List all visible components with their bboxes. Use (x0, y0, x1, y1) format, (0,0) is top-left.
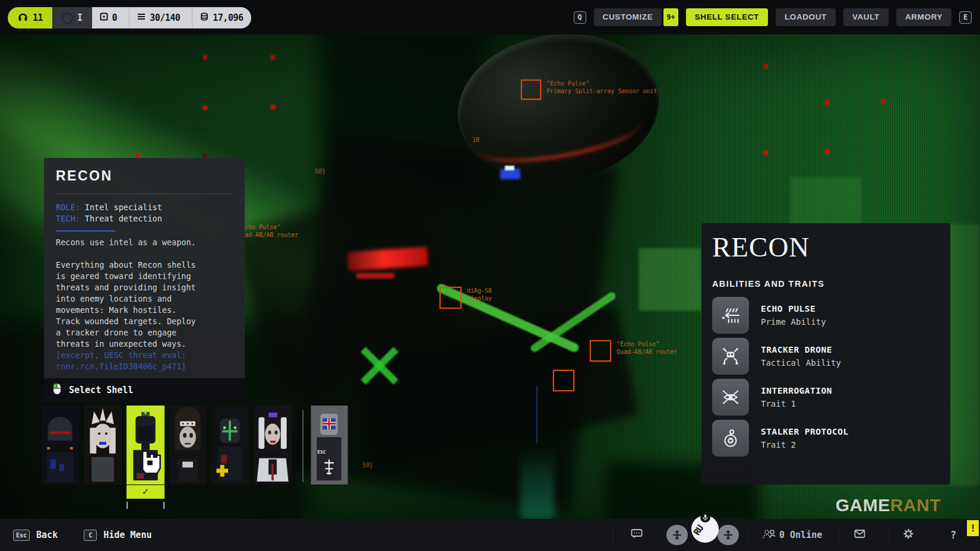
ability-name: STALKER PROTOCOL (761, 427, 849, 436)
hud-annotation: "Echo Pulse" Primary Split-array Sensor … (521, 80, 657, 100)
ability-name: ECHO PULSE (761, 304, 826, 314)
hud-annotation: "Echo Pulse" Quad-AB/AB router (590, 340, 677, 362)
hide-menu-button[interactable]: Hide Menu (103, 530, 151, 540)
ability-row-tracker-drone: TRACKER DRONE Tactical Ability (712, 338, 940, 375)
rotate-left-button[interactable] (666, 525, 688, 545)
watermark: GAMERANT (836, 495, 941, 515)
carousel-tick (127, 502, 128, 509)
marker-dot (135, 154, 140, 158)
alert-badge[interactable]: ! (967, 520, 979, 536)
shell-slot-1[interactable] (42, 406, 79, 484)
rotate-right-button[interactable] (717, 525, 739, 545)
annotation-line: "Echo Pulse" (546, 80, 589, 87)
shell-slot-5[interactable] (211, 406, 249, 484)
player-level-badge: 11 (8, 7, 52, 28)
resource-capacity-value: 30/140 (150, 12, 180, 23)
voice-chat-badge[interactable]: RU (691, 515, 719, 543)
role-value: Intel specialist (85, 202, 162, 212)
hud-annotation (553, 370, 574, 391)
accent-rule (56, 230, 115, 232)
online-count: 0 Online (779, 530, 822, 540)
tab-shell-select[interactable]: SHELL SELECT (686, 8, 768, 26)
tab-armory[interactable]: ARMORY (896, 8, 951, 26)
bottom-bar: Esc Back C Hide Menu RU 0 Online (0, 519, 980, 551)
target-box (553, 370, 574, 391)
back-button[interactable]: Back (36, 530, 58, 540)
top-bar: 11 I 0 30/140 17,096 (0, 0, 980, 34)
resource-chips: 0 (92, 7, 125, 28)
shell-row-divider (302, 410, 304, 482)
ability-name: INTERROGATION (761, 386, 832, 395)
marker-dot (203, 106, 207, 110)
chat-icon[interactable] (631, 528, 643, 542)
shell-tier-value: I (77, 12, 83, 23)
class-intro: Recons use intel as a weapon. (56, 237, 233, 248)
divider (56, 194, 233, 194)
shell-slot-3-selected[interactable] (127, 406, 165, 484)
teal-glow (520, 449, 555, 519)
annotation-line: Primary Split-array Sensor unit (546, 88, 657, 94)
tab-vault[interactable]: VAULT (843, 8, 889, 26)
marker-dot (203, 55, 207, 59)
hud-annotation: diAg-SB Display (440, 287, 492, 309)
shell-slot-escape[interactable]: ESC (311, 406, 348, 484)
white-glint (505, 166, 514, 170)
voice-badge-text: RU (691, 523, 706, 537)
people-icon (763, 529, 776, 541)
resource-capacity: 30/140 (129, 7, 188, 28)
key-hint-e: E (959, 11, 972, 24)
stack-icon (137, 12, 146, 23)
class-title: RECON (56, 168, 233, 184)
abilities-section-header: ABILITIES AND TRAITS (712, 279, 940, 289)
settings-gear-icon[interactable] (903, 528, 914, 542)
class-description: Everything about Recon shells is geared … (56, 259, 233, 350)
ability-type: Tactical Ability (761, 358, 841, 368)
watermark-game: GAME (836, 495, 890, 515)
shell-select-screen: 11 I 0 30/140 17,096 (0, 0, 980, 551)
echo-pulse-icon (712, 297, 749, 334)
tab-customize[interactable]: CUSTOMIZE (594, 8, 662, 26)
resource-credits: 17,096 (192, 7, 251, 28)
divider (747, 524, 748, 546)
top-nav: Q CUSTOMIZE 9+ SHELL SELECT LOADOUT VAUL… (574, 8, 972, 26)
stray-label: S0} (315, 168, 325, 175)
esc-slot-label: ESC (317, 449, 325, 455)
ability-name: TRACKER DRONE (761, 345, 841, 354)
scene-light-patch (638, 248, 701, 311)
mic-icon (700, 512, 710, 522)
watermark-rant: RANT (890, 495, 941, 515)
customize-count-badge: 9+ (663, 8, 678, 26)
carousel-tick (163, 502, 165, 509)
marker-dot (271, 105, 275, 109)
resource-credits-value: 17,096 (213, 12, 243, 23)
target-box (590, 340, 611, 362)
tab-loadout[interactable]: LOADOUT (776, 8, 836, 26)
blue-wire (536, 386, 538, 443)
marker-dot (764, 151, 768, 155)
stray-label: S0} (362, 462, 373, 468)
ability-row-echo-pulse: ECHO PULSE Prime Ability (712, 297, 940, 334)
annotation-line: "Echo Pulse" (617, 341, 659, 347)
annotation-line: Quad-AB/AB router (238, 232, 298, 238)
class-excerpt: [excerpt, UESC threat eval: rnnr.rcn.fil… (56, 350, 233, 372)
abilities-panel-title: RECON (712, 232, 940, 262)
class-info-panel: RECON ROLE: Intel specialist TECH: Threa… (44, 158, 245, 378)
help-icon[interactable]: ? (950, 529, 956, 541)
stray-label: 1B (472, 137, 479, 143)
marker-dot (271, 55, 275, 59)
player-level-value: 11 (33, 12, 43, 23)
key-hint-q: Q (574, 11, 586, 24)
headset-icon (17, 11, 29, 25)
divider (839, 524, 839, 546)
resource-chips-value: 0 (112, 12, 118, 23)
scene-light-patch (948, 224, 980, 486)
ability-row-interrogation: INTERROGATION Trait 1 (712, 379, 940, 416)
annotation-line: diAg-SB (467, 287, 492, 294)
shell-slot-2[interactable] (84, 406, 122, 484)
resource-group: 0 30/140 17,096 (92, 7, 251, 28)
chip-icon (100, 12, 108, 23)
shell-slot-6[interactable] (254, 406, 292, 484)
mail-icon[interactable] (854, 530, 865, 541)
shell-slot-4[interactable] (169, 406, 207, 484)
stalker-protocol-icon (712, 420, 749, 457)
